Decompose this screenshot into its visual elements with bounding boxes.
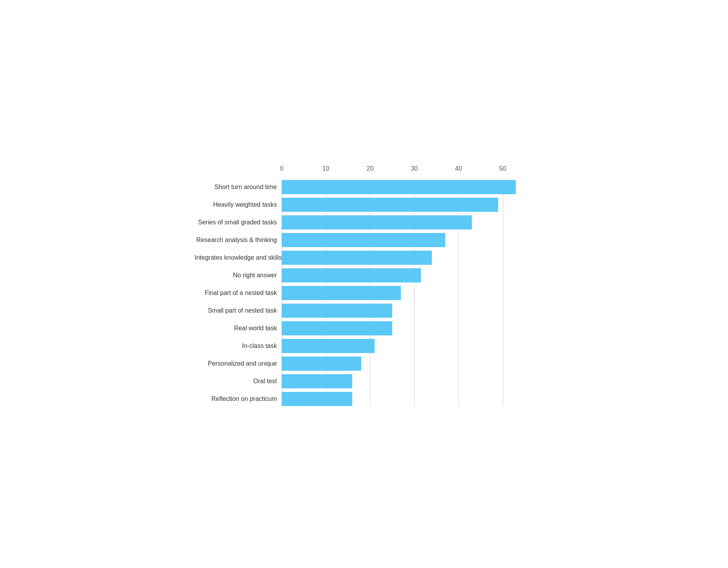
bar-track bbox=[282, 374, 525, 388]
bar-fill bbox=[282, 321, 392, 335]
bar-row: Final part of a nested task bbox=[282, 285, 525, 301]
x-axis-label: 20 bbox=[367, 165, 374, 172]
bar-row: Series of small graded tasks bbox=[282, 215, 525, 230]
bar-label: Reflection on practicum bbox=[195, 395, 277, 402]
bar-track bbox=[282, 233, 525, 247]
bar-track bbox=[282, 339, 525, 353]
bar-label: Series of small graded tasks bbox=[195, 219, 277, 226]
bar-fill bbox=[282, 304, 392, 318]
chart-container: 01020304050 Short turn around timeHeavil… bbox=[187, 146, 541, 422]
bar-label: In-class task bbox=[195, 342, 277, 350]
bar-fill bbox=[282, 374, 352, 388]
bar-label: Research analysis & thinking bbox=[195, 237, 277, 244]
bar-row: Personalized and unique bbox=[282, 356, 525, 371]
chart-inner: Short turn around timeHeavily weighted t… bbox=[282, 179, 525, 407]
bar-track bbox=[282, 268, 525, 282]
x-axis-label: 30 bbox=[411, 165, 418, 172]
bar-row: Small part of nested task bbox=[282, 303, 525, 319]
bar-fill bbox=[282, 339, 375, 353]
x-axis-labels: 01020304050 bbox=[282, 165, 525, 177]
bar-fill bbox=[282, 286, 401, 300]
bar-fill bbox=[282, 180, 516, 194]
bar-fill bbox=[282, 268, 421, 282]
bar-track bbox=[282, 304, 525, 318]
bar-fill bbox=[282, 215, 472, 229]
chart-area: 01020304050 Short turn around timeHeavil… bbox=[195, 165, 525, 407]
bar-fill bbox=[282, 392, 352, 406]
bar-track bbox=[282, 215, 525, 229]
bar-label: Short turn around time bbox=[195, 184, 277, 191]
bar-fill bbox=[282, 251, 432, 265]
bar-row: In-class task bbox=[282, 338, 525, 354]
bar-label: No right answer bbox=[195, 272, 277, 279]
x-axis-label: 40 bbox=[455, 165, 462, 172]
bar-track bbox=[282, 357, 525, 371]
bar-label: Personalized and unique bbox=[195, 360, 277, 367]
bar-row: Real world task bbox=[282, 320, 525, 336]
bar-track bbox=[282, 286, 525, 300]
bar-label: Integrates knowledge and skills bbox=[195, 254, 277, 261]
bar-label: Final part of a nested task bbox=[195, 289, 277, 297]
bar-row: Reflection on practicum bbox=[282, 391, 525, 407]
bar-row: No right answer bbox=[282, 268, 525, 283]
bar-row: Integrates knowledge and skills bbox=[282, 250, 525, 266]
bar-row: Oral test bbox=[282, 373, 525, 389]
bar-label: Oral test bbox=[195, 378, 277, 385]
bar-fill bbox=[282, 198, 498, 212]
bar-track bbox=[282, 321, 525, 335]
bar-track bbox=[282, 198, 525, 212]
bar-track bbox=[282, 180, 525, 194]
x-axis-label: 50 bbox=[499, 165, 506, 172]
bar-label: Small part of nested task bbox=[195, 307, 277, 314]
x-axis-label: 0 bbox=[280, 165, 284, 172]
bar-label: Heavily weighted tasks bbox=[195, 201, 277, 208]
bar-fill bbox=[282, 233, 445, 247]
bar-row: Research analysis & thinking bbox=[282, 232, 525, 248]
bar-fill bbox=[282, 357, 361, 371]
x-axis-label: 10 bbox=[322, 165, 329, 172]
bar-track bbox=[282, 392, 525, 406]
bar-row: Short turn around time bbox=[282, 179, 525, 195]
bar-row: Heavily weighted tasks bbox=[282, 197, 525, 213]
bar-label: Real world task bbox=[195, 325, 277, 332]
bars-container: Short turn around timeHeavily weighted t… bbox=[282, 179, 525, 407]
bar-track bbox=[282, 251, 525, 265]
